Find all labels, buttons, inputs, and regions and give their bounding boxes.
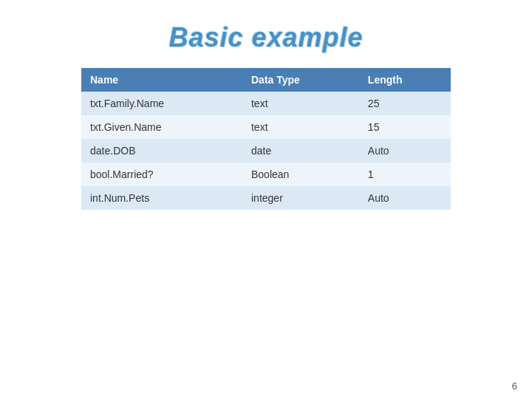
cell-name: date.DOB [81,139,242,163]
cell-length: 1 [359,163,451,186]
cell-length: 25 [359,92,451,115]
data-table: Name Data Type Length txt.Family.Nametex… [81,68,451,210]
page-container: Basic example Name Data Type Length txt.… [0,0,532,399]
page-number: 6 [512,381,517,392]
cell-name: txt.Family.Name [81,92,242,115]
cell-name: int.Num.Pets [81,186,242,210]
table-header-row: Name Data Type Length [81,68,451,92]
table-row: int.Num.PetsintegerAuto [81,186,451,210]
cell-datatype: date [242,139,359,163]
cell-name: txt.Given.Name [81,115,242,139]
cell-name: bool.Married? [81,163,242,186]
cell-datatype: text [242,115,359,139]
header-length: Length [359,68,451,92]
header-datatype: Data Type [242,68,359,92]
table-row: txt.Given.Nametext15 [81,115,451,139]
cell-datatype: text [242,92,359,115]
table-row: txt.Family.Nametext25 [81,92,451,115]
header-name: Name [81,68,242,92]
page-title: Basic example [168,22,363,53]
cell-length: 15 [359,115,451,139]
table-row: bool.Married?Boolean1 [81,163,451,186]
cell-length: Auto [359,139,451,163]
table-wrapper: Name Data Type Length txt.Family.Nametex… [81,68,451,210]
cell-datatype: integer [242,186,359,210]
table-row: date.DOBdateAuto [81,139,451,163]
cell-datatype: Boolean [242,163,359,186]
cell-length: Auto [359,186,451,210]
